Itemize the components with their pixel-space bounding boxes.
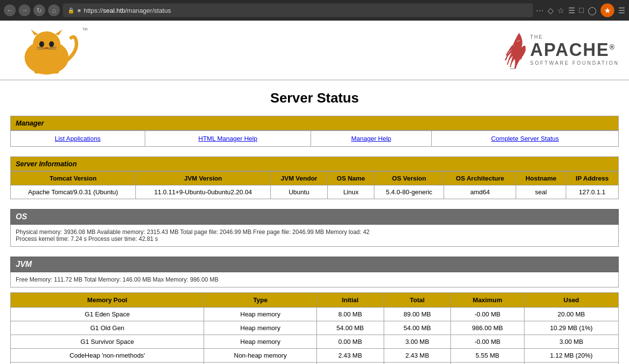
home-button[interactable]: ⌂: [48, 4, 60, 16]
svg-rect-13: [53, 70, 59, 74]
firefox-icon: ★: [601, 3, 614, 17]
col-ip-address: IP Address: [566, 172, 618, 185]
manager-section-header: Manager: [10, 116, 619, 130]
col-os-version: OS Version: [374, 172, 444, 185]
complete-server-status-link[interactable]: Complete Server Status: [491, 135, 559, 142]
pool-type: Heap memory: [204, 308, 316, 321]
pool-total: 89.00 MB: [384, 308, 451, 321]
apache-name: APACHE®: [530, 40, 619, 60]
address-bar[interactable]: 🔒 ■ https://seal.htb/manager/status: [63, 3, 533, 17]
os-label: OS: [16, 212, 27, 221]
val-ip-address: 127.0.1.1: [566, 185, 618, 199]
pool-type: Non-heap memory: [204, 363, 316, 364]
pool-used: 3.00 MB: [524, 335, 618, 349]
back-button[interactable]: ←: [4, 4, 16, 16]
pool-maximum: 117.22 MB: [451, 363, 524, 364]
nav-complete-status: Complete Server Status: [431, 131, 618, 147]
col-os-arch: OS Architecture: [444, 172, 516, 185]
pool-maximum: -0.00 MB: [451, 335, 524, 349]
bookmarks-icon[interactable]: ☰: [568, 6, 575, 15]
url-text: https://seal.htb/manager/status: [84, 7, 171, 14]
page-content: TM: [0, 21, 629, 364]
server-info-section-header: Server Information: [10, 156, 619, 171]
star-icon[interactable]: ☆: [557, 6, 564, 15]
val-jvm-vendor: Ubuntu: [270, 185, 327, 199]
apache-text: THE APACHE® SOFTWARE FOUNDATION: [530, 34, 619, 66]
server-info-header-row: Tomcat Version JVM Version JVM Vendor OS…: [11, 172, 619, 185]
col-type: Type: [204, 293, 316, 308]
browser-chrome: ← → ↻ ⌂ 🔒 ■ https://seal.htb/manager/sta…: [0, 0, 629, 21]
svg-text:TM: TM: [82, 27, 87, 31]
pool-maximum: 986.00 MB: [451, 321, 524, 335]
pool-initial: 0.00 MB: [316, 335, 384, 349]
pool-initial: 54.00 MB: [316, 321, 384, 335]
pool-total: 3.00 MB: [384, 335, 451, 349]
col-initial: Initial: [316, 293, 384, 308]
reload-button[interactable]: ↻: [33, 4, 45, 16]
memory-pool-row: CodeHeap 'non-nmethods' Non-heap memory …: [11, 349, 619, 363]
forward-button[interactable]: →: [19, 4, 30, 16]
manager-label: Manager: [16, 119, 44, 127]
os-memory-info: Physical memory: 3936.08 MB Available me…: [16, 229, 613, 235]
svg-rect-12: [34, 70, 40, 74]
pool-name: CodeHeap 'non-profiled nmethods': [11, 363, 204, 364]
server-info-table: Tomcat Version JVM Version JVM Vendor OS…: [10, 171, 619, 199]
pool-used: 10.29 MB (1%): [524, 321, 618, 335]
svg-point-6: [49, 41, 54, 47]
memory-pool-header-row: Memory Pool Type Initial Total Maximum U…: [11, 293, 619, 308]
pool-name: G1 Survivor Space: [11, 335, 204, 349]
shield-icon: ■: [78, 7, 81, 13]
col-jvm-vendor: JVM Vendor: [270, 172, 327, 185]
shield2-icon[interactable]: ◇: [548, 6, 553, 15]
val-os-name: Linux: [328, 185, 374, 199]
pool-total: 2.43 MB: [384, 349, 451, 363]
nav-html-help: HTML Manager Help: [145, 131, 311, 147]
os-process-info: Process kernel time: 7.24 s Process user…: [16, 235, 613, 242]
jvm-memory-info: Free Memory: 111.72 MB Total Memory: 146…: [16, 276, 613, 283]
col-maximum: Maximum: [451, 293, 524, 308]
memory-pool-row: G1 Survivor Space Heap memory 0.00 MB 3.…: [11, 335, 619, 349]
val-hostname: seal: [516, 185, 566, 199]
main-wrapper: Server Status Manager List Applications …: [5, 80, 624, 364]
jvm-label: JVM: [16, 260, 32, 268]
html-manager-help-link[interactable]: HTML Manager Help: [198, 135, 257, 142]
page-title-section: Server Status: [10, 80, 619, 116]
col-jvm-version: JVM Version: [135, 172, 270, 185]
val-jvm-version: 11.0.11+9-Ubuntu-0ubuntu2.20.04: [135, 185, 270, 199]
apache-logo: THE APACHE® SOFTWARE FOUNDATION: [502, 30, 619, 70]
extensions-icon[interactable]: ⋯: [536, 6, 544, 15]
server-info-label: Server Information: [16, 160, 77, 168]
tomcat-logo: TM: [10, 26, 88, 75]
browser-actions: ⋯ ◇ ☆ ☰ □ ◯ ★ ☰: [536, 3, 625, 17]
pool-type: Non-heap memory: [204, 349, 316, 363]
pool-type: Heap memory: [204, 335, 316, 349]
apache-foundation: SOFTWARE FOUNDATION: [530, 60, 619, 66]
memory-pool-row: CodeHeap 'non-profiled nmethods' Non-hea…: [11, 363, 619, 364]
col-hostname: Hostname: [516, 172, 566, 185]
apache-feather-svg: [502, 30, 526, 70]
menu-icon[interactable]: ☰: [618, 6, 625, 15]
nav-manager-help: Manager Help: [311, 131, 432, 147]
val-os-arch: amd64: [444, 185, 516, 199]
pool-total: 4.68 MB: [384, 363, 451, 364]
os-info: Physical memory: 3936.08 MB Available me…: [10, 225, 619, 247]
page-header: TM: [0, 21, 629, 80]
page-title: Server Status: [20, 90, 609, 106]
pool-name: CodeHeap 'non-nmethods': [11, 349, 204, 363]
security-icon: 🔒: [68, 7, 75, 14]
list-applications-link[interactable]: List Applications: [55, 135, 101, 142]
jvm-info: Free Memory: 111.72 MB Total Memory: 146…: [10, 272, 619, 287]
val-tomcat-version: Apache Tomcat/9.0.31 (Ubuntu): [11, 185, 136, 199]
svg-point-2: [33, 31, 60, 57]
pool-used: 4.65 MB (3%): [524, 363, 618, 364]
memory-pool-table: Memory Pool Type Initial Total Maximum U…: [10, 292, 619, 364]
pool-total: 54.00 MB: [384, 321, 451, 335]
pool-maximum: -0.00 MB: [451, 308, 524, 321]
sidebar-icon[interactable]: □: [579, 6, 584, 15]
col-used: Used: [524, 293, 618, 308]
profile-icon[interactable]: ◯: [588, 6, 597, 15]
jvm-section-header: JVM: [10, 257, 619, 272]
manager-help-link[interactable]: Manager Help: [351, 135, 392, 142]
pool-name: G1 Eden Space: [11, 308, 204, 321]
svg-point-5: [39, 41, 44, 47]
